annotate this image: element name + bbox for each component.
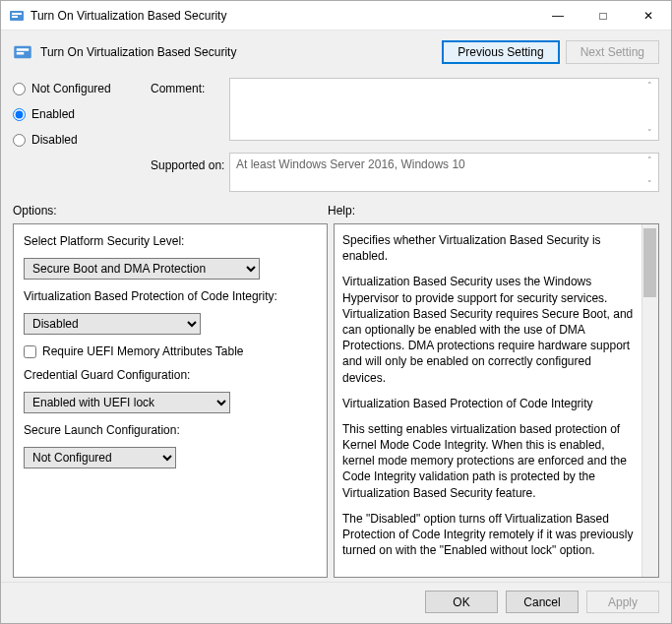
radio-enabled-label: Enabled — [31, 107, 75, 121]
comment-textarea[interactable]: ˄˅ — [229, 78, 659, 141]
policy-icon — [13, 42, 32, 62]
credential-guard-label: Credential Guard Configuration: — [24, 368, 317, 382]
radio-not-configured-input[interactable] — [13, 83, 26, 95]
radio-disabled[interactable]: Disabled — [13, 133, 151, 147]
gpo-editor-window: Turn On Virtualization Based Security ― … — [0, 0, 672, 624]
minimize-button[interactable]: ― — [535, 1, 580, 30]
panels: Select Platform Security Level: Secure B… — [1, 223, 671, 582]
scroll-up-icon[interactable]: ˄ — [642, 156, 656, 165]
secure-launch-label: Secure Launch Configuration: — [24, 423, 317, 437]
scrollbar[interactable]: ˄˅ — [642, 156, 656, 189]
header: Turn On Virtualization Based Security Pr… — [1, 31, 671, 78]
policy-title: Turn On Virtualization Based Security — [40, 45, 436, 59]
comment-label: Comment: — [151, 78, 229, 95]
vbpci-label: Virtualization Based Protection of Code … — [24, 289, 317, 303]
scroll-up-icon[interactable]: ˄ — [642, 81, 656, 91]
help-scrollbar[interactable] — [641, 224, 658, 577]
cancel-button[interactable]: Cancel — [506, 591, 579, 613]
previous-setting-button[interactable]: Previous Setting — [442, 40, 559, 64]
platform-security-label: Select Platform Security Level: — [24, 234, 317, 248]
window-title: Turn On Virtualization Based Security — [31, 9, 535, 23]
options-panel: Select Platform Security Level: Secure B… — [13, 223, 328, 578]
uefi-checkbox-row[interactable]: Require UEFI Memory Attributes Table — [24, 344, 317, 358]
help-panel: Specifies whether Virtualization Based S… — [334, 223, 659, 578]
next-setting-button: Next Setting — [566, 40, 659, 64]
help-p3: Virtualization Based Protection of Code … — [342, 396, 635, 411]
section-labels: Options: Help: — [1, 200, 671, 223]
radio-enabled-input[interactable] — [13, 108, 26, 121]
radio-disabled-input[interactable] — [13, 134, 26, 147]
radio-enabled[interactable]: Enabled — [13, 107, 151, 121]
options-heading: Options: — [13, 204, 328, 218]
radio-disabled-label: Disabled — [31, 133, 78, 147]
svg-rect-5 — [17, 52, 25, 55]
help-p5: The "Disabled" option turns off Virtuali… — [342, 511, 635, 559]
svg-rect-4 — [17, 48, 30, 51]
uefi-checkbox-label: Require UEFI Memory Attributes Table — [42, 344, 244, 358]
uefi-checkbox[interactable] — [24, 345, 36, 358]
platform-security-select[interactable]: Secure Boot and DMA Protection — [24, 258, 260, 280]
supported-on-text: At least Windows Server 2016, Windows 10 — [236, 157, 465, 171]
supported-on-box: At least Windows Server 2016, Windows 10… — [229, 153, 659, 192]
policy-icon — [9, 8, 25, 24]
help-scroll-thumb[interactable] — [643, 228, 656, 297]
footer: OK Cancel Apply — [1, 582, 671, 623]
help-p1: Specifies whether Virtualization Based S… — [342, 232, 635, 264]
titlebar: Turn On Virtualization Based Security ― … — [1, 1, 671, 31]
maximize-button[interactable]: □ — [580, 1, 626, 30]
supported-on-label: Supported on: — [151, 153, 229, 172]
scrollbar[interactable]: ˄˅ — [642, 81, 656, 138]
ok-button[interactable]: OK — [425, 591, 498, 613]
radio-not-configured[interactable]: Not Configured — [13, 82, 151, 95]
scroll-down-icon[interactable]: ˅ — [642, 128, 656, 138]
scroll-down-icon[interactable]: ˅ — [642, 179, 656, 189]
svg-rect-1 — [12, 13, 22, 15]
help-text: Specifies whether Virtualization Based S… — [335, 224, 658, 577]
help-p2: Virtualization Based Security uses the W… — [342, 274, 635, 385]
help-p4: This setting enables virtualization base… — [342, 421, 635, 501]
secure-launch-select[interactable]: Not Configured — [24, 447, 176, 468]
close-button[interactable]: ✕ — [626, 1, 671, 30]
radio-not-configured-label: Not Configured — [31, 82, 111, 95]
apply-button: Apply — [586, 591, 659, 613]
config-area: Not Configured Enabled Disabled Comment:… — [1, 78, 671, 200]
svg-rect-2 — [12, 16, 18, 18]
help-heading: Help: — [328, 204, 659, 218]
credential-guard-select[interactable]: Enabled with UEFI lock — [24, 392, 230, 413]
vbpci-select[interactable]: Disabled — [24, 313, 201, 335]
